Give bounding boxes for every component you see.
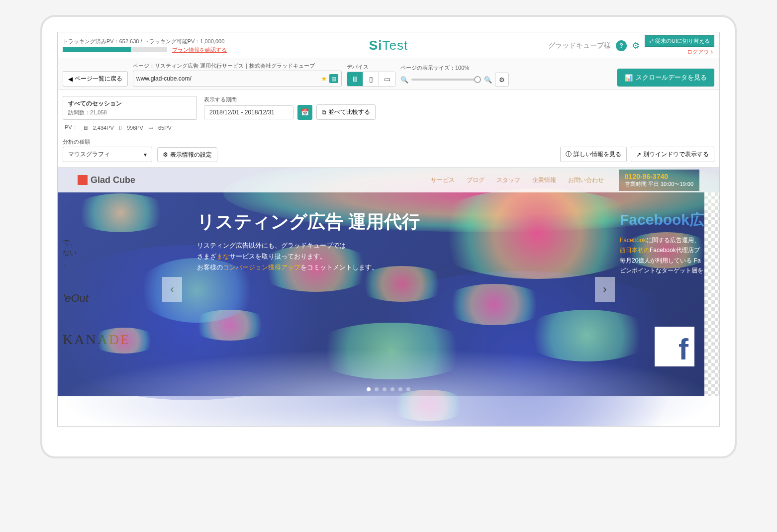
dot-3[interactable] xyxy=(383,387,387,391)
analysis-type-label: 分析の種類 xyxy=(63,138,152,146)
device-tabs: 🖥 ▯ ▭ xyxy=(347,72,395,87)
facebook-icon xyxy=(655,327,694,366)
side-logo-kanade: KANADE xyxy=(63,332,130,348)
site-phone-hours: 営業時間 平日 10:00〜19:00 xyxy=(625,180,693,188)
new-window-button[interactable]: ↗別ウインドウで表示する xyxy=(631,147,714,162)
back-icon: ◀ xyxy=(68,76,73,83)
hero2-sub4: ピンポイントなターゲット層を xyxy=(620,266,719,275)
tablet-small-icon: ▯ xyxy=(119,124,122,131)
detail-info-button[interactable]: ⓘ詳しい情報を見る xyxy=(560,147,627,162)
site-nav-staff[interactable]: スタッフ xyxy=(496,176,520,184)
app-window: トラッキング済みPV：652,638 / トラッキング可能PV：1,000,00… xyxy=(57,32,720,427)
session-sub-value: 21,058 xyxy=(90,109,107,115)
site-logo-icon xyxy=(78,175,88,185)
session-sub-label: 訪問数： xyxy=(68,109,90,115)
pv-limit-label: トラッキング可能PV： xyxy=(144,38,200,44)
topbar: トラッキング済みPV：652,638 / トラッキング可能PV：1,000,00… xyxy=(58,32,719,59)
session-selector[interactable]: すべてのセッション 訪問数：21,058 xyxy=(63,96,197,120)
site-logo: Glad Cube xyxy=(78,175,135,185)
hero2-title: Facebook広 xyxy=(620,210,719,230)
dot-1[interactable] xyxy=(367,387,371,391)
zoom-handle[interactable] xyxy=(474,76,481,83)
hero-subtitle: リスティング広告以外にも、グラッドキューブでは さまざまなサービスを取り扱ってお… xyxy=(197,240,420,273)
analysis-type-select[interactable]: マウスグラフィ ▾ xyxy=(63,147,152,162)
heatmap-preview: Glad Cube サービス ブログ スタッフ 企業情報 お問い合わせ 0120… xyxy=(58,168,719,426)
date-range-input[interactable]: 2018/12/01 - 2018/12/31 xyxy=(204,105,293,119)
help-icon[interactable]: ? xyxy=(616,40,627,51)
device-label: デバイス xyxy=(347,63,395,71)
display-settings-button[interactable]: ⚙表示情報の設定 xyxy=(157,147,217,162)
carousel-prev[interactable]: ‹ xyxy=(162,277,182,302)
side-logo-eout: 'eOut xyxy=(63,292,89,305)
scroll-btn-label: スクロールデータを見る xyxy=(636,73,707,82)
site-nav-service[interactable]: サービス xyxy=(431,176,455,184)
hero-secondary: Facebook広 Facebookに関する広告運用、 西日本初のFaceboo… xyxy=(620,210,719,276)
device-tab-tablet[interactable]: ▯ xyxy=(363,72,379,86)
zoom-out-icon[interactable]: 🔍 xyxy=(400,76,408,84)
pv-tracked-label: トラッキング済みPV： xyxy=(63,38,119,44)
app-logo: SiTest xyxy=(369,38,408,53)
zoom-in-icon[interactable]: 🔍 xyxy=(484,76,492,84)
pv-breakdown: PV： 🖥2,434PV ▯996PV ▭65PV xyxy=(58,122,719,135)
tablet-icon: ▯ xyxy=(369,75,373,83)
compare-button[interactable]: ⧉並べて比較する xyxy=(316,104,376,120)
side-text-fragment: で、 ない 、 xyxy=(63,237,77,268)
desktop-icon: 🖥 xyxy=(352,75,359,83)
period-label: 表示する期間 xyxy=(204,96,376,103)
site-nav-contact[interactable]: お問い合わせ xyxy=(568,176,604,184)
url-value: www.glad-cube.com/ xyxy=(136,75,192,82)
url-field[interactable]: www.glad-cube.com/ ★ ▤ xyxy=(133,71,342,87)
chevron-down-icon: ▾ xyxy=(144,151,147,158)
star-icon[interactable]: ★ xyxy=(321,75,327,83)
chart-icon: 📊 xyxy=(625,74,633,82)
hero-title: リスティング広告 運用代行 xyxy=(197,210,420,234)
device-tab-desktop[interactable]: 🖥 xyxy=(347,72,363,86)
logo-si: Si xyxy=(369,38,383,53)
site-header: Glad Cube サービス ブログ スタッフ 企業情報 お問い合わせ 0120… xyxy=(58,168,719,192)
hero2-subtitle: Facebookに関する広告運用、 西日本初のFacebook代理店プ 毎月20… xyxy=(620,235,719,276)
site-phone-box: 0120-96-3740 営業時間 平日 10:00〜19:00 xyxy=(619,170,699,191)
site-nav: サービス ブログ スタッフ 企業情報 お問い合わせ xyxy=(431,176,604,184)
external-icon: ↗ xyxy=(636,151,641,158)
pv-progress-fill xyxy=(63,47,131,52)
logo-test: Test xyxy=(382,38,408,53)
page-control-row: ◀ページ一覧に戻る ページ：リスティング広告 運用代行サービス｜株式会社グラッド… xyxy=(58,59,719,90)
plan-info-link[interactable]: プラン情報を確認する xyxy=(172,46,227,54)
scroll-data-button[interactable]: 📊スクロールデータを見る xyxy=(617,69,714,87)
hero-main: リスティング広告 運用代行 リスティング広告以外にも、グラッドキューブでは さま… xyxy=(197,210,420,273)
page-doc-icon[interactable]: ▤ xyxy=(329,74,338,83)
gear-small-icon: ⚙ xyxy=(499,76,505,84)
pv-tracked-value: 652,638 xyxy=(119,38,139,44)
logout-link[interactable]: ログアウト xyxy=(687,48,714,56)
calendar-icon[interactable]: 📅 xyxy=(297,105,312,120)
pv-sep: / xyxy=(139,38,143,44)
dot-2[interactable] xyxy=(375,387,379,391)
site-nav-company[interactable]: 企業情報 xyxy=(532,176,556,184)
zoom-slider[interactable] xyxy=(411,79,481,81)
pv-desktop: 2,434PV xyxy=(93,125,114,131)
compare-btn-label: 並べて比較する xyxy=(328,108,370,116)
analysis-row: 分析の種類 マウスグラフィ ▾ ⚙表示情報の設定 ⓘ詳しい情報を見る ↗別ウイン… xyxy=(58,135,719,168)
desktop-small-icon: 🖥 xyxy=(83,125,88,131)
pv-tablet: 996PV xyxy=(127,125,143,131)
switch-ui-button[interactable]: ⇄ 従来のUIに切り替える xyxy=(645,35,714,47)
back-to-pagelist-button[interactable]: ◀ページ一覧に戻る xyxy=(63,71,128,87)
site-nav-blog[interactable]: ブログ xyxy=(467,176,485,184)
dot-6[interactable] xyxy=(406,387,410,391)
carousel-next[interactable]: › xyxy=(595,277,615,302)
back-btn-label: ページ一覧に戻る xyxy=(75,75,122,83)
hero2-sub3: 毎月20億人が利用している Fa xyxy=(620,256,719,266)
dot-5[interactable] xyxy=(398,387,402,391)
zoom-settings-button[interactable]: ⚙ xyxy=(495,73,509,87)
new-window-btn-label: 別ウインドウで表示する xyxy=(643,150,709,159)
detail-btn-label: 詳しい情報を見る xyxy=(574,150,621,159)
settings-btn-label: 表示情報の設定 xyxy=(170,151,212,159)
pv-section: トラッキング済みPV：652,638 / トラッキング可能PV：1,000,00… xyxy=(63,38,227,54)
gear-icon[interactable]: ⚙ xyxy=(632,40,640,51)
hero-sub-1: リスティング広告以外にも、グラッドキューブでは xyxy=(197,240,420,251)
site-logo-text: Glad Cube xyxy=(91,175,135,185)
mobile-icon: ▭ xyxy=(384,75,390,83)
device-tab-mobile[interactable]: ▭ xyxy=(379,72,395,86)
session-title: すべてのセッション xyxy=(68,99,192,108)
dot-4[interactable] xyxy=(390,387,394,391)
